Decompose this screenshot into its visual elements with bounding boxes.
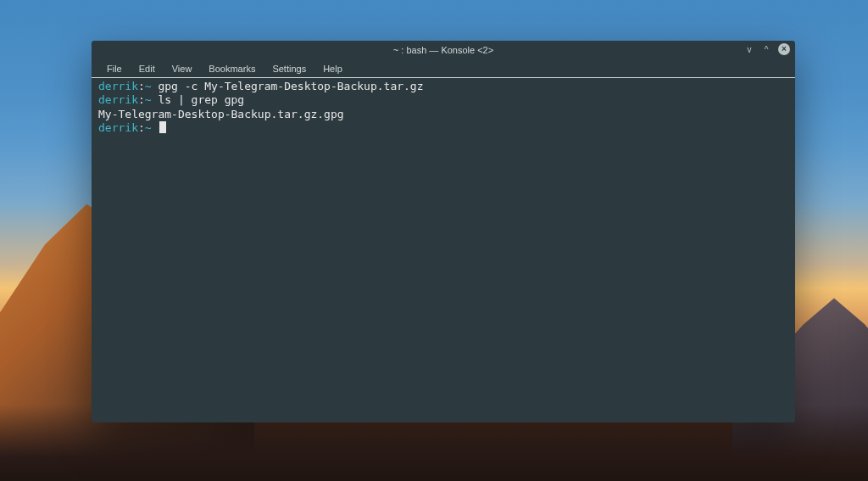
prompt-user: derrik: [98, 80, 138, 92]
close-button[interactable]: ×: [778, 43, 790, 55]
titlebar[interactable]: ~ : bash — Konsole <2> v ^ ×: [92, 41, 795, 59]
prompt-sep: :: [138, 93, 145, 106]
menu-edit[interactable]: Edit: [132, 62, 162, 76]
cursor-block: [159, 121, 166, 133]
output-line-1: My-Telegram-Desktop-Backup.tar.gz.gpg: [98, 108, 344, 120]
maximize-button[interactable]: ^: [761, 44, 771, 54]
prompt-user: derrik: [98, 121, 138, 134]
prompt-cwd: ~: [145, 121, 152, 134]
terminal-body[interactable]: derrik:~ gpg -c My-Telegram-Desktop-Back…: [92, 78, 795, 422]
prompt-sep: :: [138, 121, 145, 134]
menu-settings[interactable]: Settings: [265, 62, 313, 76]
menu-file[interactable]: File: [100, 62, 129, 76]
window-controls: v ^ ×: [744, 43, 790, 55]
prompt-user: derrik: [98, 93, 138, 106]
prompt-cwd: ~: [145, 80, 152, 92]
menu-bookmarks[interactable]: Bookmarks: [202, 62, 262, 76]
window-title: ~ : bash — Konsole <2>: [393, 45, 493, 55]
terminal-window: ~ : bash — Konsole <2> v ^ × File Edit V…: [92, 41, 795, 422]
command-line-2: ls | grep gpg: [158, 93, 244, 106]
menu-help[interactable]: Help: [316, 62, 349, 76]
minimize-button[interactable]: v: [744, 44, 754, 54]
prompt-sep: :: [138, 80, 145, 92]
command-line-1: gpg -c My-Telegram-Desktop-Backup.tar.gz: [158, 80, 423, 92]
prompt-cwd: ~: [145, 93, 152, 106]
menubar: File Edit View Bookmarks Settings Help: [92, 59, 795, 78]
menu-view[interactable]: View: [165, 62, 199, 76]
